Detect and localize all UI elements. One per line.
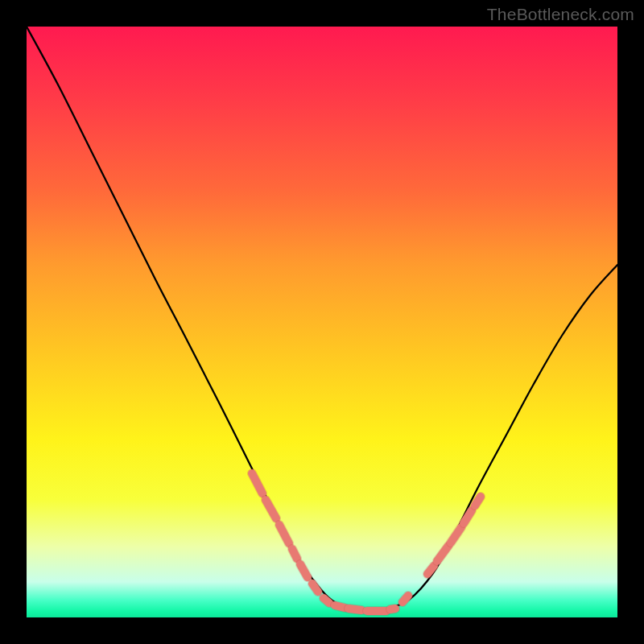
- marker-segment: [475, 497, 481, 506]
- marker-segment: [266, 500, 276, 518]
- watermark-text: TheBottleneck.com: [487, 5, 634, 24]
- plot-area: [27, 27, 617, 617]
- marker-segment: [324, 598, 329, 603]
- marker-segment: [279, 525, 289, 543]
- marker-segment: [312, 584, 318, 592]
- marker-segment: [335, 605, 345, 608]
- marker-segment: [451, 527, 461, 543]
- chart-frame: TheBottleneck.com: [0, 0, 644, 644]
- marker-segment: [390, 609, 395, 609]
- marker-segment: [427, 566, 434, 574]
- marker-segment: [252, 473, 262, 493]
- bottleneck-curve: [27, 27, 617, 611]
- marker-segment: [292, 549, 297, 559]
- curve-markers: [252, 473, 481, 611]
- marker-segment: [402, 596, 408, 602]
- curve-layer: [27, 27, 617, 617]
- marker-segment: [349, 609, 361, 610]
- marker-segment: [437, 546, 448, 561]
